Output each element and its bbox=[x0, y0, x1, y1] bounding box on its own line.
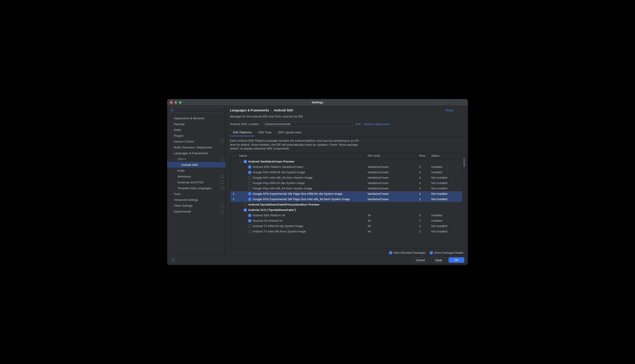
optimize-link[interactable]: Optimize disk space bbox=[364, 122, 390, 126]
minimize-window-button[interactable] bbox=[174, 101, 177, 104]
row-checkbox[interactable] bbox=[248, 187, 251, 190]
help-button[interactable]: ? bbox=[171, 258, 176, 262]
row-checkbox[interactable] bbox=[244, 208, 247, 212]
scrollbar[interactable] bbox=[462, 153, 466, 248]
row-revision: 4 bbox=[417, 187, 430, 190]
table-row[interactable]: Google APIs Intel x86_64 Atom System Ima… bbox=[230, 175, 462, 180]
row-name: Google APIs Experimental 16k Page Size I… bbox=[253, 198, 350, 201]
search-icon bbox=[171, 109, 174, 112]
sidebar-item-experimental[interactable]: Experimental bbox=[167, 208, 226, 214]
table-row[interactable]: Android TV Intel x86 Atom System Image34… bbox=[230, 229, 462, 234]
breadcrumb-current: Android SDK bbox=[274, 108, 293, 112]
cancel-button[interactable]: Cancel bbox=[413, 257, 428, 263]
sidebar-item-editor[interactable]: ›Editor bbox=[167, 127, 226, 133]
row-checkbox[interactable] bbox=[248, 219, 251, 222]
table-row[interactable]: Google Play Intel x86_64 Atom System Ima… bbox=[230, 186, 462, 191]
row-checkbox[interactable] bbox=[248, 171, 251, 174]
main-panel: Languages & Frameworks › Android SDK Res… bbox=[226, 106, 468, 255]
svg-point-0 bbox=[171, 109, 173, 111]
sidebar-item-languages-frameworks[interactable]: ⌄Languages & Frameworks bbox=[167, 150, 226, 156]
sidebar-item-kotlin[interactable]: ›Kotlin bbox=[167, 168, 226, 174]
sdk-location-input[interactable]: /Library/Android/sdk bbox=[263, 121, 353, 127]
table-row[interactable]: Android SDK Platform VanillaIceCreamVani… bbox=[230, 164, 462, 170]
table-row[interactable]: Google APIs Experimental 16k Page Size I… bbox=[230, 196, 462, 202]
table-row[interactable]: Android TV ARM 64 v8a System Image342Not… bbox=[230, 224, 462, 229]
sidebar-item-appearance-behavior[interactable]: ›Appearance & Behavior bbox=[167, 115, 226, 121]
sidebar-item-label: Kotlin bbox=[177, 169, 224, 172]
row-checkbox[interactable] bbox=[248, 182, 251, 185]
table-row[interactable]: Google Play ARM 64 v8a System ImageVanil… bbox=[230, 180, 462, 186]
nav-forward-icon[interactable]: → bbox=[461, 109, 464, 112]
show-details-checkbox[interactable]: Show Package Details bbox=[430, 251, 463, 254]
table-row[interactable]: ⌄Android VanillaIceCream Preview bbox=[230, 159, 462, 164]
nav-back-icon[interactable]: ← bbox=[456, 109, 459, 112]
sidebar-item-build-execution-deployment[interactable]: ›Build, Execution, Deployment bbox=[167, 144, 226, 150]
row-name: Android SDK Platform 34 bbox=[253, 214, 285, 217]
sidebar-item-version-control[interactable]: ›Version Control bbox=[167, 138, 226, 144]
zoom-window-button[interactable] bbox=[179, 101, 182, 104]
table-row[interactable]: ⌄Android 14.0 ("UpsideDownCake") bbox=[230, 207, 462, 213]
sidebar-item-template-data-languages[interactable]: Template Data Languages bbox=[167, 185, 226, 191]
project-scope-icon bbox=[221, 186, 224, 190]
edit-link[interactable]: Edit bbox=[356, 122, 361, 126]
table-row[interactable]: ›Android UpsideDownCakePrivacySandbox Pr… bbox=[230, 202, 462, 207]
breadcrumb-parent[interactable]: Languages & Frameworks bbox=[230, 108, 269, 112]
sidebar-item-label: Build, Execution, Deployment bbox=[174, 146, 224, 149]
close-window-button[interactable] bbox=[170, 101, 173, 104]
row-name: Google APIs ARM 64 v8a System Image bbox=[253, 170, 305, 174]
sidebar-item-keymap[interactable]: Keymap bbox=[167, 121, 226, 127]
sidebar-item-advanced-settings[interactable]: Advanced Settings bbox=[167, 197, 226, 202]
row-revision: 3 bbox=[417, 165, 430, 168]
sidebar-item-label: Experimental bbox=[174, 210, 220, 213]
row-checkbox[interactable] bbox=[248, 198, 251, 201]
ok-button[interactable]: OK bbox=[449, 257, 464, 263]
sidebar-item-label: Version Control bbox=[174, 140, 220, 143]
apply-button[interactable]: Apply bbox=[431, 257, 446, 263]
col-revision[interactable]: Revi... bbox=[417, 153, 430, 159]
sidebar-item-label: Advanced Settings bbox=[174, 198, 224, 202]
row-checkbox[interactable] bbox=[248, 176, 251, 179]
sidebar-item-other-settings[interactable]: ›Other Settings bbox=[167, 202, 226, 208]
row-checkbox[interactable] bbox=[248, 214, 251, 217]
row-revision: 4 bbox=[417, 176, 430, 179]
row-name: Android SDK Platform VanillaIceCream bbox=[253, 165, 303, 168]
search-field[interactable] bbox=[175, 109, 222, 112]
settings-tree[interactable]: ›Appearance & BehaviorKeymap›EditorPlugi… bbox=[167, 115, 226, 255]
table-row[interactable]: Android SDK Platform 34343Installed bbox=[230, 213, 462, 218]
col-status[interactable]: Status bbox=[430, 153, 462, 159]
row-checkbox[interactable] bbox=[244, 160, 247, 163]
row-revision: 4 bbox=[417, 170, 430, 174]
project-scope-icon bbox=[221, 157, 224, 160]
row-checkbox[interactable] bbox=[248, 230, 251, 233]
sidebar-item-c-c-[interactable]: ›C/C++ bbox=[167, 156, 226, 162]
sidebar-item-plugins[interactable]: Plugins bbox=[167, 133, 226, 138]
chevron-right-icon: › bbox=[170, 129, 174, 131]
table-body: ⌄Android VanillaIceCream PreviewAndroid … bbox=[230, 159, 462, 234]
tab-sdk-tools[interactable]: SDK Tools bbox=[255, 129, 274, 136]
col-name[interactable]: Name bbox=[237, 153, 366, 159]
row-name: Google Play ARM 64 v8a System Image bbox=[253, 181, 305, 185]
row-checkbox[interactable] bbox=[248, 224, 251, 228]
table-row[interactable]: Google APIs Experimental 16k Page Size A… bbox=[230, 191, 462, 196]
chevron-down-icon[interactable]: ⌄ bbox=[239, 160, 242, 163]
row-checkbox[interactable] bbox=[248, 166, 251, 168]
sidebar-item-schemas-and-dtds[interactable]: ›Schemas and DTDs bbox=[167, 179, 226, 185]
table-row[interactable]: Sources for Android 34342Installed bbox=[230, 218, 462, 224]
tab-sdk-update-sites[interactable]: SDK Update Sites bbox=[275, 129, 304, 136]
hide-obsolete-checkbox[interactable]: Hide Obsolete Packages bbox=[389, 251, 426, 254]
table-row[interactable]: Google APIs ARM 64 v8a System ImageVanil… bbox=[230, 170, 462, 175]
sidebar-item-android-sdk[interactable]: Android SDK bbox=[167, 162, 226, 168]
tab-sdk-platforms[interactable]: SDK Platforms bbox=[230, 129, 254, 136]
row-checkbox[interactable] bbox=[248, 192, 251, 196]
sidebar-item-label: Languages & Frameworks bbox=[174, 152, 224, 155]
chevron-down-icon[interactable]: ⌄ bbox=[239, 209, 242, 211]
sidebar-item-tools[interactable]: ›Tools bbox=[167, 191, 226, 197]
sidebar-item-markdown[interactable]: Markdown bbox=[167, 174, 226, 179]
row-revision: 2 bbox=[417, 224, 430, 228]
row-checkbox[interactable] bbox=[244, 203, 247, 206]
scroll-thumb[interactable] bbox=[463, 158, 465, 167]
reset-link[interactable]: Reset bbox=[446, 109, 453, 112]
chevron-right-icon[interactable]: › bbox=[239, 203, 242, 206]
search-input[interactable] bbox=[169, 108, 224, 113]
col-api-level[interactable]: API Level bbox=[366, 153, 417, 159]
